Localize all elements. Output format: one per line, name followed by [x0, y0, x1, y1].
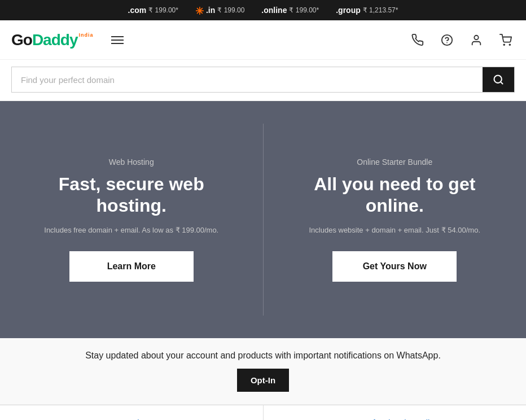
- hero-desc-bundle: Includes website + domain + email. Just …: [309, 225, 480, 235]
- promo-item-com: .com ₹ 199.00*: [128, 6, 178, 15]
- india-badge: India: [78, 32, 93, 38]
- promo-price-com: ₹ 199.00*: [148, 6, 178, 14]
- logo[interactable]: GoDaddy India: [11, 32, 93, 48]
- hamburger-line-3: [111, 43, 124, 44]
- footer-link-domains[interactable]: Domains: [0, 405, 264, 420]
- search-button[interactable]: [483, 67, 514, 92]
- hero-desc-hosting: Includes free domain + email. As low as …: [44, 225, 218, 235]
- svg-line-6: [501, 82, 503, 84]
- notification-bar: Stay updated about your account and prod…: [0, 338, 526, 405]
- svg-point-3: [503, 44, 505, 45]
- svg-point-4: [509, 44, 510, 45]
- hero-section: Web Hosting Fast, secure web hosting. In…: [0, 101, 526, 338]
- hero-card-hosting: Web Hosting Fast, secure web hosting. In…: [0, 124, 264, 316]
- search-bar-container: [0, 60, 526, 101]
- footer-links: Domains Professional Email: [0, 405, 526, 420]
- get-yours-now-button[interactable]: Get Yours Now: [332, 251, 457, 282]
- promo-ext-online: .online: [261, 6, 287, 15]
- promo-price-group: ₹ 1,213.57*: [363, 6, 398, 14]
- promo-ext-group: .group: [336, 6, 361, 15]
- cart-icon[interactable]: [497, 31, 515, 49]
- hero-subtitle-hosting: Web Hosting: [109, 158, 154, 167]
- search-input[interactable]: [12, 67, 483, 92]
- logo-text: GoDaddy: [11, 32, 77, 48]
- hamburger-menu[interactable]: [107, 32, 128, 49]
- footer-link-email[interactable]: Professional Email: [264, 405, 527, 420]
- user-icon[interactable]: [467, 31, 485, 49]
- promo-price-online: ₹ 199.00*: [289, 6, 319, 14]
- hero-title-hosting: Fast, secure web hosting.: [23, 173, 240, 217]
- promo-price-in: ₹ 199.00: [217, 6, 244, 14]
- help-icon[interactable]: [438, 31, 456, 49]
- logo-area: GoDaddy India: [11, 32, 409, 49]
- promo-item-online: .online ₹ 199.00*: [261, 6, 319, 15]
- promo-item-group: .group ₹ 1,213.57*: [336, 6, 398, 15]
- opt-in-button[interactable]: Opt-In: [237, 369, 289, 392]
- hero-card-bundle: Online Starter Bundle All you need to ge…: [264, 124, 527, 316]
- hero-title-bundle: All you need to get online.: [286, 173, 504, 217]
- promo-bar: .com ₹ 199.00* ✳ .in ₹ 199.00 .online ₹ …: [0, 0, 526, 20]
- hamburger-line-2: [111, 40, 124, 41]
- promo-ext-in: .in: [206, 6, 215, 15]
- navbar: GoDaddy India: [0, 20, 526, 60]
- in-star-icon: ✳: [195, 5, 204, 18]
- learn-more-button[interactable]: Learn More: [69, 251, 194, 282]
- svg-point-2: [474, 35, 478, 39]
- hero-subtitle-bundle: Online Starter Bundle: [357, 158, 432, 167]
- notification-text: Stay updated about your account and prod…: [11, 351, 515, 361]
- hamburger-line-1: [111, 36, 124, 37]
- nav-icons: [409, 31, 515, 49]
- search-bar: [11, 67, 515, 93]
- promo-item-in: ✳ .in ₹ 199.00: [195, 4, 244, 16]
- promo-ext-com: .com: [128, 6, 147, 15]
- phone-icon[interactable]: [409, 31, 427, 49]
